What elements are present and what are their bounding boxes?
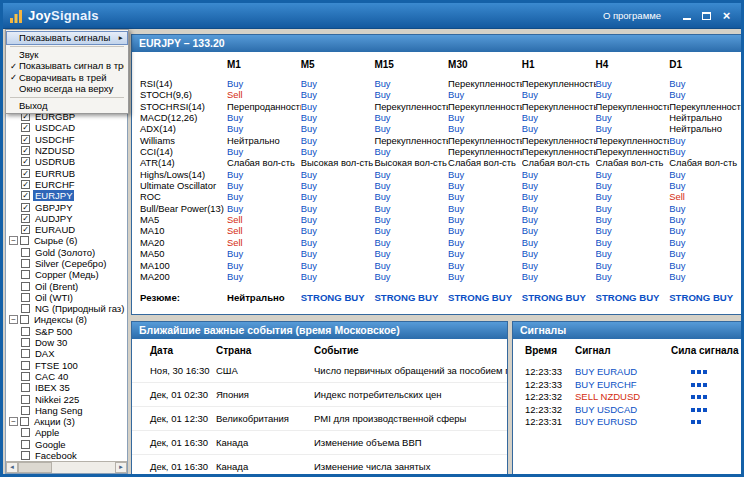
- collapse-icon[interactable]: −: [9, 315, 18, 324]
- indicator-name: MA100: [132, 260, 227, 271]
- tree-checkbox[interactable]: ✓: [21, 123, 30, 132]
- collapse-icon[interactable]: −: [9, 417, 18, 426]
- tree-item-copper[interactable]: Copper (Медь): [6, 269, 127, 280]
- menu-item-item[interactable]: Показывать сигналы►: [7, 32, 127, 44]
- tree-checkbox[interactable]: [21, 361, 30, 370]
- scroll-thumb[interactable]: [18, 462, 52, 473]
- tree-checkbox[interactable]: ✓: [21, 169, 30, 178]
- tree-checkbox[interactable]: [21, 270, 30, 279]
- indicator-name: Highs/Lows(14): [132, 169, 227, 180]
- signals-panel-body: ВремяСигналСила сигнала 12:23:33BUY EURA…: [513, 339, 743, 475]
- indicator-value: Buy: [522, 123, 596, 134]
- tree-item-cac-40[interactable]: CAC 40: [6, 371, 127, 382]
- tree-item-label: Акции (3): [32, 416, 77, 427]
- event-description: Индекс потребительских цен: [314, 383, 507, 407]
- indicator-value: Buy: [522, 260, 596, 271]
- indicator-name: Williams: [132, 135, 227, 146]
- tree-checkbox[interactable]: [21, 406, 30, 415]
- tree-checkbox[interactable]: [21, 428, 30, 437]
- tree-item-ftse-100[interactable]: FTSE 100: [6, 360, 127, 371]
- tree-horizontal-scrollbar[interactable]: ◄ ►: [6, 461, 127, 473]
- tree-item-eurrub[interactable]: ✓EURRUB: [6, 167, 127, 178]
- menu-item-item[interactable]: ✓Показывать сигнал в трее: [7, 60, 127, 72]
- tree-checkbox[interactable]: [20, 315, 29, 324]
- tree-item-nzdusd[interactable]: ✓NZDUSD: [6, 145, 127, 156]
- tree-item-usdrub[interactable]: ✓USDRUB: [6, 156, 127, 167]
- timeframe-column-header: D1: [669, 52, 743, 78]
- menu-item-item[interactable]: Выход: [7, 100, 127, 112]
- collapse-icon[interactable]: −: [9, 236, 18, 245]
- tree-checkbox[interactable]: [21, 349, 30, 358]
- tree-item-usdcad[interactable]: ✓USDCAD: [6, 122, 127, 133]
- tree-item-apple[interactable]: Apple: [6, 427, 127, 438]
- tree-item-s-p-500[interactable]: S&P 500: [6, 326, 127, 337]
- tree-item-dax[interactable]: DAX: [6, 348, 127, 359]
- tree-item-6[interactable]: −Сырье (6): [6, 235, 127, 246]
- tree-checkbox[interactable]: [21, 293, 30, 302]
- signal-label: BUY EURUSD: [575, 416, 671, 429]
- tree-item-facebook[interactable]: Facebook: [6, 450, 127, 461]
- tree-checkbox[interactable]: [21, 372, 30, 381]
- tree-checkbox[interactable]: [21, 451, 30, 460]
- tree-item-ng[interactable]: NG (Природный газ): [6, 303, 127, 314]
- tree-checkbox[interactable]: [21, 327, 30, 336]
- indicator-value: Высокая вол-сть: [374, 157, 448, 168]
- scroll-right-icon[interactable]: ►: [115, 462, 127, 473]
- menu-item-item[interactable]: Звук: [7, 49, 127, 61]
- about-link[interactable]: О программе: [603, 10, 661, 21]
- tree-checkbox[interactable]: ✓: [21, 203, 30, 212]
- tree-checkbox[interactable]: ✓: [21, 135, 30, 144]
- tree-item-oil-wti[interactable]: Oil (WTI): [6, 292, 127, 303]
- menu-item-item[interactable]: ✓Сворачивать в трей: [7, 72, 127, 84]
- tree-checkbox[interactable]: ✓: [21, 157, 30, 166]
- tree-checkbox[interactable]: [21, 395, 30, 404]
- event-row: Дек, 01 12:30ВеликобританияPMI для произ…: [132, 407, 507, 431]
- maximize-button[interactable]: [698, 8, 715, 23]
- tree-item-eurjpy[interactable]: ✓EURJPY: [6, 190, 127, 201]
- menu-item-item[interactable]: Окно всегда на верху: [7, 83, 127, 95]
- tree-checkbox[interactable]: ✓: [21, 225, 30, 234]
- tree-item-ibex-35[interactable]: IBEX 35: [6, 382, 127, 393]
- summary-value: STRONG BUY: [522, 282, 596, 303]
- event-date: Ноя, 30 16:30: [132, 359, 216, 383]
- tree-item-audjpy[interactable]: ✓AUDJPY: [6, 213, 127, 224]
- tree-checkbox[interactable]: [21, 259, 30, 268]
- tree-checkbox[interactable]: ✓: [21, 146, 30, 155]
- minimize-button[interactable]: [678, 8, 695, 23]
- tree-item-8[interactable]: −Индексы (8): [6, 314, 127, 325]
- tree-item-dow-30[interactable]: Dow 30: [6, 337, 127, 348]
- tree-checkbox[interactable]: ✓: [21, 214, 30, 223]
- tree-checkbox[interactable]: [21, 282, 30, 291]
- tree-item-euraud[interactable]: ✓EURAUD: [6, 224, 127, 235]
- tree-item-google[interactable]: Google: [6, 439, 127, 450]
- tree-item-silver[interactable]: Silver (Серебро): [6, 258, 127, 269]
- indicator-value: Buy: [448, 203, 522, 214]
- tree-item-label: Copper (Медь): [33, 269, 101, 280]
- tree-checkbox[interactable]: [21, 248, 30, 257]
- tree-checkbox[interactable]: [21, 383, 30, 392]
- tree-checkbox[interactable]: ✓: [21, 191, 30, 200]
- indicator-name: Ultimate Oscillator: [132, 180, 227, 191]
- scroll-left-icon[interactable]: ◄: [6, 462, 18, 473]
- tree-checkbox[interactable]: [21, 338, 30, 347]
- signal-row: 12:23:32SELL NZDUSD: [513, 391, 743, 404]
- scroll-track[interactable]: [18, 462, 115, 473]
- tree-item-gold[interactable]: Gold (Золото): [6, 247, 127, 258]
- tree-checkbox[interactable]: [21, 440, 30, 449]
- tree-item-gbpjpy[interactable]: ✓GBPJPY: [6, 201, 127, 212]
- tree-checkbox[interactable]: [20, 417, 29, 426]
- indicator-value: Buy: [522, 225, 596, 236]
- tree-checkbox[interactable]: ✓: [21, 180, 30, 189]
- tree-item-usdchf[interactable]: ✓USDCHF: [6, 134, 127, 145]
- indicator-value: Слабая вол-сть: [227, 157, 301, 168]
- close-button[interactable]: ×: [718, 8, 735, 23]
- tree-item-oil-brent[interactable]: Oil (Brent): [6, 280, 127, 291]
- tree-item-eurchf[interactable]: ✓EURCHF: [6, 179, 127, 190]
- indicator-value: Нейтрально: [669, 112, 743, 123]
- tree-checkbox[interactable]: [20, 236, 29, 245]
- tree-item-hang-seng[interactable]: Hang Seng: [6, 405, 127, 416]
- timeframe-column-header: M5: [301, 52, 375, 78]
- tree-checkbox[interactable]: [21, 304, 30, 313]
- tree-item-nikkei-225[interactable]: Nikkei 225: [6, 393, 127, 404]
- tree-item-3[interactable]: −Акции (3): [6, 416, 127, 427]
